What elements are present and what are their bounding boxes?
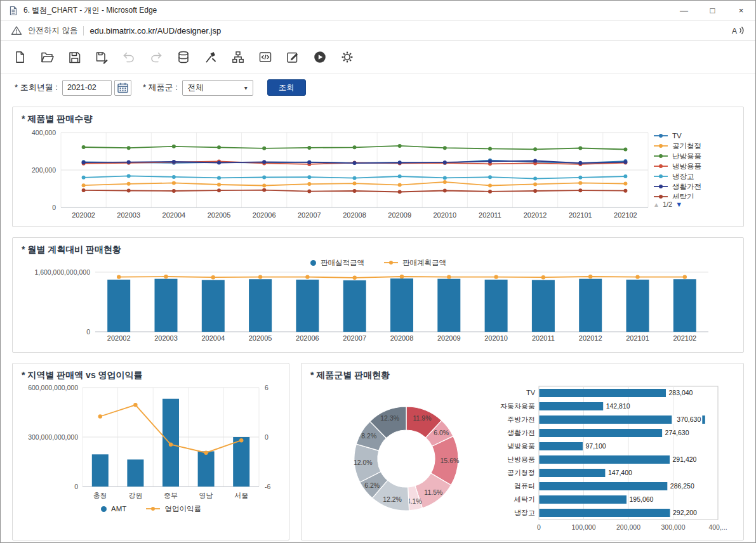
undo-button[interactable] xyxy=(121,49,137,65)
edit-button[interactable] xyxy=(284,49,301,65)
svg-text:195,060: 195,060 xyxy=(630,495,654,503)
legend-page-up-icon[interactable]: ▲ xyxy=(653,201,660,208)
svg-text:공기청정: 공기청정 xyxy=(507,469,535,476)
product-group-bar-chart: 0100,000200,000300,000400,...TV283,040자동… xyxy=(492,383,733,535)
date-filter-label: * 조회년월 : xyxy=(15,82,58,93)
svg-text:142,810: 142,810 xyxy=(606,402,630,410)
bottom-row: * 지역별 판매액 vs 영업이익률 0300,000,000,000600,0… xyxy=(12,363,744,540)
svg-text:202102: 202102 xyxy=(614,211,637,219)
svg-text:286,250: 286,250 xyxy=(670,482,694,490)
open-folder-button[interactable] xyxy=(39,49,55,65)
product-select[interactable]: 전체 ▾ xyxy=(182,80,253,96)
code-button[interactable] xyxy=(257,49,274,65)
address-divider xyxy=(83,26,84,36)
svg-text:202006: 202006 xyxy=(253,211,276,219)
legend-item[interactable]: 생활가전 xyxy=(653,182,732,191)
minimize-button[interactable]: — xyxy=(670,1,698,20)
svg-text:202010: 202010 xyxy=(484,334,508,342)
svg-text:0: 0 xyxy=(52,204,56,211)
svg-text:주방가전: 주방가전 xyxy=(507,415,535,423)
window-title: 6. 별첨_CHART - 개인 - Microsoft Edge xyxy=(23,5,157,16)
calendar-button[interactable] xyxy=(114,80,131,96)
security-label[interactable]: 안전하지 않음 xyxy=(28,25,77,36)
database-button[interactable] xyxy=(175,49,192,65)
legend-item[interactable]: 세탁기 xyxy=(653,192,732,199)
legend-item[interactable]: 판매실적금액 xyxy=(310,258,364,267)
svg-text:202012: 202012 xyxy=(579,334,602,342)
svg-text:202101: 202101 xyxy=(626,334,649,342)
hierarchy-button[interactable] xyxy=(230,49,246,65)
svg-text:202102: 202102 xyxy=(673,334,696,342)
page-favicon-icon xyxy=(8,6,18,16)
panel-product-qty-title: * 제품별 판매수량 xyxy=(22,114,734,125)
svg-text:12.3%: 12.3% xyxy=(380,414,399,422)
svg-text:600,000,000,000: 600,000,000,000 xyxy=(28,384,78,391)
legend-item[interactable]: 난방용품 xyxy=(653,152,732,160)
legend-item[interactable]: 냉장고 xyxy=(653,172,732,181)
svg-text:0: 0 xyxy=(86,328,90,336)
svg-text:202003: 202003 xyxy=(154,334,178,342)
save-button[interactable] xyxy=(66,49,83,65)
svg-text:영남: 영남 xyxy=(199,492,213,499)
svg-text:냉방용품: 냉방용품 xyxy=(507,442,535,450)
legend-item[interactable]: TV xyxy=(653,131,732,140)
svg-text:강원: 강원 xyxy=(128,492,142,499)
svg-text:300,000: 300,000 xyxy=(661,523,686,531)
legend-page-down-icon[interactable]: ▼ xyxy=(675,200,682,208)
svg-text:202011: 202011 xyxy=(532,334,555,342)
build-tools-button[interactable] xyxy=(202,49,219,65)
read-aloud-icon[interactable]: A xyxy=(731,25,745,36)
svg-text:400,...: 400,... xyxy=(708,523,727,531)
svg-text:202009: 202009 xyxy=(437,334,461,342)
legend-item[interactable]: 공기청정 xyxy=(653,141,732,150)
product-group-donut-chart: 11.9%6.0%15.6%11.5%4.1%12.2%6.2%12.0%8.2… xyxy=(321,384,492,533)
window-titlebar: 6. 별첨_CHART - 개인 - Microsoft Edge — □ × xyxy=(1,1,755,21)
svg-text:202101: 202101 xyxy=(569,211,592,219)
svg-text:6: 6 xyxy=(265,384,269,391)
new-document-button[interactable] xyxy=(11,49,28,65)
svg-text:12.2%: 12.2% xyxy=(383,495,402,503)
svg-text:292,200: 292,200 xyxy=(673,509,697,516)
legend-item[interactable]: AMT xyxy=(100,504,126,513)
svg-text:서울: 서울 xyxy=(234,492,248,499)
monthly-plan-chart: 01,600,000,000,0002020022020032020042020… xyxy=(22,268,720,344)
filter-bar: * 조회년월 : * 제품군 : 전체 ▾ 조회 xyxy=(1,74,755,101)
svg-text:97,100: 97,100 xyxy=(586,442,606,450)
legend-item[interactable]: 판매계획금액 xyxy=(383,258,446,267)
close-button[interactable]: × xyxy=(727,1,755,20)
window-controls: — □ × xyxy=(670,1,755,20)
svg-text:200,000: 200,000 xyxy=(616,523,640,531)
legend-item[interactable]: 냉방용품 xyxy=(653,162,732,171)
svg-text:202009: 202009 xyxy=(388,211,411,219)
svg-text:TV: TV xyxy=(526,389,536,396)
svg-text:300,000,000,000: 300,000,000,000 xyxy=(28,433,78,441)
panel-region-title: * 지역별 판매액 vs 영업이익률 xyxy=(22,370,280,381)
url-text[interactable]: edu.bimatrix.co.kr/AUD/designer.jsp xyxy=(90,26,221,36)
chevron-down-icon: ▾ xyxy=(244,84,248,91)
panel-monthly-plan: * 월별 계획대비 판매현황 판매실적금액판매계획금액 01,600,000,0… xyxy=(12,237,744,353)
legend-page-indicator: 1/2 xyxy=(663,200,672,208)
maximize-button[interactable]: □ xyxy=(698,1,727,20)
dashboard-content: * 제품별 판매수량 0200,000400,00020200220200320… xyxy=(1,101,755,542)
svg-text:202005: 202005 xyxy=(208,211,231,219)
svg-text:202008: 202008 xyxy=(390,334,414,342)
svg-text:202004: 202004 xyxy=(162,211,186,219)
svg-text:202002: 202002 xyxy=(107,334,131,342)
date-input[interactable] xyxy=(62,80,112,96)
product-filter-label: * 제품군 : xyxy=(143,82,178,93)
svg-text:12.0%: 12.0% xyxy=(354,459,373,466)
svg-text:6.2%: 6.2% xyxy=(364,481,380,489)
redo-button[interactable] xyxy=(148,49,164,65)
search-button[interactable]: 조회 xyxy=(267,79,306,96)
settings-gear-button[interactable] xyxy=(339,49,355,65)
address-bar: 안전하지 않음 edu.bimatrix.co.kr/AUD/designer.… xyxy=(1,21,755,41)
panel-product-group-title: * 제품군별 판매현황 xyxy=(310,370,734,381)
not-secure-warning-icon[interactable] xyxy=(11,25,22,36)
legend-item[interactable]: 영업이익률 xyxy=(145,504,201,513)
svg-text:자동차용품: 자동차용품 xyxy=(500,402,535,410)
svg-text:난방용품: 난방용품 xyxy=(507,455,535,463)
svg-text:202004: 202004 xyxy=(201,334,225,342)
save-as-button[interactable] xyxy=(93,49,110,65)
run-button[interactable] xyxy=(312,49,328,65)
product-qty-line-chart: 0200,000400,0002020022020032020042020052… xyxy=(22,126,653,221)
